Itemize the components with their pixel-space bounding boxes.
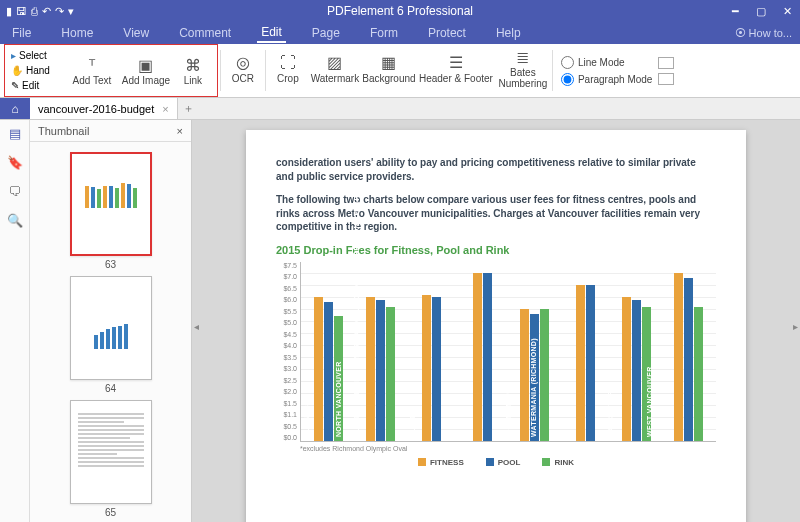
- chart-plot: BURNABYNORTH VANCOUVERSURREYSURREY LEISU…: [300, 262, 716, 442]
- home-icon: ⌂: [11, 102, 18, 116]
- hand-icon: ✋: [11, 63, 23, 78]
- paragraph-1: consideration users' ability to pay and …: [276, 156, 716, 183]
- background-button[interactable]: ▦Background: [362, 44, 416, 92]
- chart-title: 2015 Drop-in Fees for Fitness, Pool and …: [276, 244, 716, 256]
- link-icon: ⌘: [183, 55, 203, 75]
- crop-button[interactable]: ⛶Crop: [268, 44, 308, 92]
- thumbnail-list: 63 64 65: [30, 142, 191, 522]
- main-area: ▤ 🔖 🗨 🔍 Thumbnail × 63 64: [0, 120, 800, 522]
- add-image-label: Add Image: [122, 75, 170, 86]
- app-title: PDFelement 6 Professional: [327, 4, 473, 18]
- title-bar: ▮ 🖫 ⎙ ↶ ↷ ▾ PDFelement 6 Professional ━ …: [0, 0, 800, 22]
- cursor-icon: ▸: [11, 48, 16, 63]
- minimize-icon[interactable]: ━: [722, 0, 748, 22]
- collapse-right-icon[interactable]: ▸: [793, 321, 798, 332]
- background-icon: ▦: [379, 53, 399, 73]
- add-text-label: Add Text: [73, 75, 112, 86]
- hand-tool[interactable]: ✋Hand: [9, 63, 52, 78]
- thumbnail-item[interactable]: 64: [70, 276, 152, 394]
- menu-help[interactable]: Help: [492, 24, 525, 42]
- menu-view[interactable]: View: [119, 24, 153, 42]
- howto-link[interactable]: ⦿How to...: [735, 27, 792, 39]
- save-icon[interactable]: 🖫: [16, 5, 27, 18]
- quick-access-toolbar: ▮ 🖫 ⎙ ↶ ↷ ▾: [0, 5, 80, 18]
- undo-icon[interactable]: ↶: [42, 5, 51, 18]
- crop-label: Crop: [277, 73, 299, 84]
- thumbnail-page-65: [70, 400, 152, 504]
- add-image-button[interactable]: ▣Add Image: [119, 47, 173, 95]
- menu-page[interactable]: Page: [308, 24, 344, 42]
- close-tab-icon[interactable]: ×: [162, 103, 168, 115]
- ocr-label: OCR: [232, 73, 254, 84]
- select-label: Select: [19, 48, 47, 63]
- close-icon[interactable]: ✕: [774, 0, 800, 22]
- search-icon[interactable]: 🔍: [7, 213, 23, 228]
- maximize-icon[interactable]: ▢: [748, 0, 774, 22]
- ocr-icon: ◎: [233, 53, 253, 73]
- app-icon: ▮: [6, 5, 12, 18]
- chart-footnote: *excludes Richmond Olympic Oval: [300, 445, 716, 452]
- comments-icon[interactable]: 🗨: [8, 184, 21, 199]
- menu-file[interactable]: File: [8, 24, 35, 42]
- side-rail: ▤ 🔖 🗨 🔍: [0, 120, 30, 522]
- header-footer-icon: ☰: [446, 53, 466, 73]
- thumbnails-icon[interactable]: ▤: [9, 126, 21, 141]
- bookmarks-icon[interactable]: 🔖: [7, 155, 23, 170]
- legend-rink: RINK: [542, 458, 574, 467]
- layout-toggle-2[interactable]: [658, 73, 674, 85]
- close-panel-icon[interactable]: ×: [177, 125, 183, 137]
- mode-view-toggles: [658, 44, 674, 97]
- redo-icon[interactable]: ↷: [55, 5, 64, 18]
- thumbnail-page-63: [70, 152, 152, 256]
- chart-area: $7.5$7.0$6.5$6.0$5.5$5.0$4.5$4.0$3.5$3.0…: [276, 262, 716, 442]
- link-label: Link: [184, 75, 202, 86]
- thumbnail-number: 64: [105, 383, 116, 394]
- legend-pool-label: POOL: [498, 458, 521, 467]
- crop-icon: ⛶: [278, 53, 298, 73]
- more-icon[interactable]: ▾: [68, 5, 74, 18]
- document-tab-label: vancouver-2016-budget: [38, 103, 154, 115]
- chart-legend: FITNESS POOL RINK: [276, 458, 716, 467]
- menu-form[interactable]: Form: [366, 24, 402, 42]
- paragraph-2: The following two charts below compare v…: [276, 193, 716, 234]
- select-tool[interactable]: ▸Select: [9, 48, 52, 63]
- thumbnail-item[interactable]: 63: [70, 152, 152, 270]
- document-viewport[interactable]: ◂ ▸ consideration users' ability to pay …: [192, 120, 800, 522]
- watermark-icon: ▨: [325, 53, 345, 73]
- edit-label: Edit: [22, 78, 39, 93]
- collapse-left-icon[interactable]: ◂: [194, 321, 199, 332]
- bates-button[interactable]: ≣Bates Numbering: [496, 44, 550, 92]
- document-tab[interactable]: vancouver-2016-budget ×: [30, 98, 178, 119]
- line-mode-radio[interactable]: Line Mode: [561, 56, 653, 69]
- menu-edit[interactable]: Edit: [257, 23, 286, 43]
- ocr-button[interactable]: ◎OCR: [223, 44, 263, 92]
- bates-label: Bates Numbering: [498, 67, 547, 89]
- legend-fitness: FITNESS: [418, 458, 464, 467]
- thumbnail-item[interactable]: 65: [70, 400, 152, 518]
- watermark-label: Watermark: [311, 73, 360, 84]
- legend-rink-label: RINK: [554, 458, 574, 467]
- thumbnail-number: 65: [105, 507, 116, 518]
- watermark-button[interactable]: ▨Watermark: [308, 44, 362, 92]
- header-footer-button[interactable]: ☰Header & Footer: [416, 44, 496, 92]
- ribbon-toolbar: ▸Select ✋Hand ✎Edit ᵀAdd Text ▣Add Image…: [0, 44, 800, 98]
- link-button[interactable]: ⌘Link: [173, 47, 213, 95]
- header-footer-label: Header & Footer: [419, 73, 493, 84]
- paragraph-mode-radio[interactable]: Paragraph Mode: [561, 73, 653, 86]
- howto-label: How to...: [749, 27, 792, 39]
- menu-protect[interactable]: Protect: [424, 24, 470, 42]
- legend-pool: POOL: [486, 458, 521, 467]
- home-tab-button[interactable]: ⌂: [0, 98, 30, 119]
- paragraph-mode-label: Paragraph Mode: [578, 74, 653, 85]
- print-icon[interactable]: ⎙: [31, 5, 38, 18]
- add-text-button[interactable]: ᵀAdd Text: [65, 47, 119, 95]
- layout-toggle-1[interactable]: [658, 57, 674, 69]
- new-tab-button[interactable]: ＋: [178, 98, 200, 119]
- menu-home[interactable]: Home: [57, 24, 97, 42]
- thumbnail-panel: Thumbnail × 63 64 65: [30, 120, 192, 522]
- menu-comment[interactable]: Comment: [175, 24, 235, 42]
- edit-tool[interactable]: ✎Edit: [9, 78, 52, 93]
- bates-icon: ≣: [513, 47, 533, 67]
- image-icon: ▣: [136, 55, 156, 75]
- pdf-page: consideration users' ability to pay and …: [246, 130, 746, 522]
